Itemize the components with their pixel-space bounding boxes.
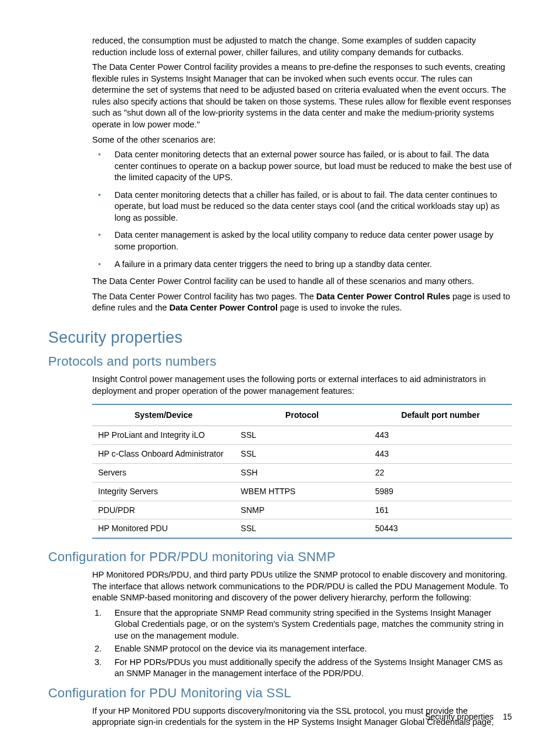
table-cell: SSL (235, 426, 369, 444)
table-cell: 161 (369, 501, 512, 519)
list-item: A failure in a primary data center trigg… (92, 259, 512, 271)
heading-protocols-ports: Protocols and ports numbers (48, 353, 512, 370)
table-cell: 443 (369, 444, 512, 463)
paragraph: The Data Center Power Control facility h… (92, 291, 512, 314)
paragraph: reduced, the consumption must be adjuste… (92, 35, 512, 58)
list-item: Enable SNMP protocol on the device via i… (92, 643, 512, 655)
table-cell: HP Monitored PDU (92, 519, 235, 538)
table-cell: 5989 (369, 482, 512, 501)
document-page: reduced, the consumption must be adjuste… (0, 0, 560, 746)
list-item: Data center monitoring detects that a ch… (92, 190, 512, 224)
heading-security-properties: Security properties (48, 327, 512, 348)
intro-block: reduced, the consumption must be adjuste… (92, 35, 512, 314)
text-run: The Data Center Power Control facility h… (92, 292, 316, 301)
table-cell: 443 (369, 426, 512, 444)
table-header: Default port number (369, 404, 512, 426)
table-header: Protocol (235, 404, 369, 426)
snmp-steps: Ensure that the appropriate SNMP Read co… (92, 607, 512, 680)
bold-text: Data Center Power Control Rules (316, 292, 450, 301)
paragraph: HP Monitored PDRs/PDU, and third party P… (92, 569, 512, 604)
page-footer: Security properties 15 (425, 711, 512, 723)
text-run: page is used to invoke the rules. (278, 303, 402, 312)
paragraph: The Data Center Power Control facility p… (92, 62, 512, 130)
table-cell: SSL (235, 444, 369, 463)
table-cell: 22 (369, 463, 512, 482)
table-cell: PDU/PDR (92, 501, 235, 519)
table-row: HP ProLiant and Integrity iLOSSL443 (92, 426, 512, 444)
list-item: Ensure that the appropriate SNMP Read co… (92, 607, 512, 642)
table-row: HP Monitored PDUSSL50443 (92, 519, 512, 538)
page-number: 15 (502, 712, 512, 721)
heading-snmp-config: Configuration for PDR/PDU monitoring via… (48, 548, 512, 566)
table-cell: WBEM HTTPS (235, 482, 369, 501)
paragraph: Some of the other scenarios are: (92, 134, 512, 146)
table-header-row: System/Device Protocol Default port numb… (92, 404, 512, 426)
table-cell: Integrity Servers (92, 482, 235, 501)
table-cell: SNMP (235, 501, 369, 519)
list-item: For HP PDRs/PDUs you must additionally s… (92, 657, 512, 680)
table-cell: SSH (235, 463, 369, 482)
table-cell: Servers (92, 463, 235, 482)
list-item: Data center management is asked by the l… (92, 229, 512, 252)
table-cell: 50443 (369, 519, 512, 538)
scenario-list: Data center monitoring detects that an e… (92, 149, 512, 270)
ports-table: System/Device Protocol Default port numb… (92, 404, 512, 539)
table-cell: HP c-Class Onboard Administrator (92, 444, 235, 463)
protocols-block: Insight Control power management uses th… (92, 374, 512, 539)
table-cell: HP ProLiant and Integrity iLO (92, 426, 235, 444)
bold-text: Data Center Power Control (169, 303, 278, 312)
table-row: ServersSSH22 (92, 463, 512, 482)
heading-ssl-config: Configuration for PDU Monitoring via SSL (48, 684, 512, 702)
table-row: HP c-Class Onboard AdministratorSSL443 (92, 444, 512, 463)
snmp-block: HP Monitored PDRs/PDU, and third party P… (92, 569, 512, 680)
table-row: Integrity ServersWBEM HTTPS5989 (92, 482, 512, 501)
table-header: System/Device (92, 404, 235, 426)
footer-label: Security properties (425, 712, 494, 721)
list-item: Data center monitoring detects that an e… (92, 149, 512, 184)
table-cell: SSL (235, 519, 369, 538)
paragraph: The Data Center Power Control facility c… (92, 276, 512, 288)
paragraph: Insight Control power management uses th… (92, 374, 512, 397)
table-row: PDU/PDRSNMP161 (92, 501, 512, 519)
